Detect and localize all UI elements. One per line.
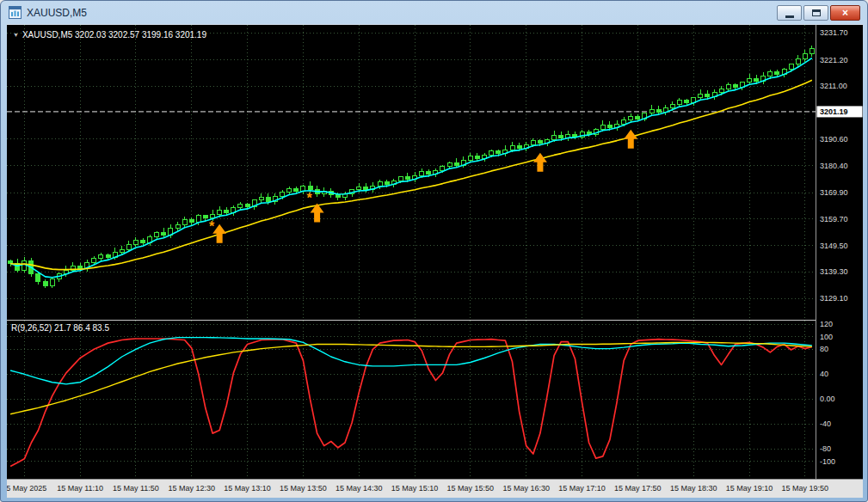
chart-background [7, 25, 863, 498]
candle [378, 182, 382, 187]
chart-frame: ▼XAUUSD,M5 3202.03 3202.57 3199.16 3201.… [7, 24, 863, 498]
candle [440, 167, 445, 171]
minimize-button[interactable] [777, 5, 802, 21]
candle [789, 64, 793, 70]
time-axis-label: 15 May 17:10 [558, 484, 606, 493]
indicator-axis-label: -100 [820, 457, 835, 466]
price-axis-label: 3169.90 [820, 188, 848, 197]
candle [294, 188, 299, 191]
candle [162, 233, 166, 236]
candle [133, 241, 138, 245]
time-axis-label: 15 May 11:50 [113, 484, 159, 493]
candle [259, 198, 263, 200]
close-icon: × [842, 7, 848, 19]
candle [496, 151, 501, 154]
indicator-axis-label: 40 [820, 370, 828, 378]
candle [754, 78, 759, 81]
chart-shift-marker-icon: ▼ [13, 32, 19, 38]
candle [489, 151, 494, 156]
candle [559, 136, 563, 138]
time-axis-label: 15 May 12:30 [168, 484, 215, 493]
price-axis-label: 3180.40 [820, 162, 848, 170]
candle [175, 224, 180, 229]
candle [587, 132, 591, 134]
candle [50, 279, 54, 286]
price-axis-label: 3211.00 [820, 82, 847, 90]
candle [120, 249, 124, 252]
candle [810, 49, 814, 54]
price-axis-label: 3159.70 [820, 215, 848, 223]
candle [685, 101, 689, 103]
candle [266, 198, 270, 202]
candle [126, 244, 131, 249]
candle [245, 204, 249, 206]
candle [748, 78, 752, 83]
candle [796, 59, 800, 64]
time-axis-label: 15 May 13:50 [280, 484, 327, 493]
ohlc-readout: ▼XAUUSD,M5 3202.03 3202.57 3199.16 3201.… [13, 30, 206, 40]
candle [155, 233, 159, 237]
time-axis-label: 15 May 18:30 [670, 484, 717, 493]
price-axis-label: 3129.10 [820, 294, 848, 303]
indicator-axis-label: 100 [820, 333, 833, 341]
candle [398, 177, 403, 181]
candle [189, 219, 194, 222]
chart-canvas[interactable]: **3231.703221.203211.003190.603180.40316… [7, 25, 863, 498]
time-axis-label: 15 May 16:30 [502, 484, 550, 493]
maximize-icon [812, 9, 821, 16]
time-axis-label: 15 May 11:10 [57, 484, 103, 493]
candle [677, 101, 681, 105]
price-axis[interactable] [816, 25, 864, 479]
time-axis-label: 15 May 17:50 [614, 484, 662, 493]
candle [78, 266, 83, 269]
indicator-axis-label: -40 [820, 419, 831, 428]
candle [775, 72, 779, 75]
signal-star-icon: * [209, 219, 215, 234]
candle [196, 216, 200, 223]
candle [670, 104, 674, 108]
candle [656, 109, 661, 112]
candle [405, 177, 409, 180]
time-axis-label: 15 May 15:50 [447, 484, 495, 493]
candle [531, 141, 535, 145]
candle [141, 241, 145, 243]
price-axis-label: 3149.50 [820, 242, 848, 250]
candle [629, 116, 633, 120]
candle [238, 204, 243, 208]
close-button[interactable]: × [830, 5, 860, 21]
candle [36, 274, 40, 282]
indicator-axis-label: 0.00 [820, 395, 835, 403]
candle [733, 85, 737, 88]
signal-star-icon: * [307, 191, 313, 205]
candle [510, 146, 514, 150]
price-axis-label: 3231.70 [820, 28, 848, 37]
candle [99, 254, 103, 259]
candle [622, 120, 626, 125]
indicator-axis-label: 120 [820, 320, 833, 328]
window-title: XAUUSD,M5 [27, 7, 87, 19]
time-axis-label: 15 May 14:30 [336, 484, 383, 493]
candle [475, 156, 479, 159]
ohlc-text: XAUUSD,M5 3202.03 3202.57 3199.16 3201.1… [22, 30, 206, 40]
time-axis-label: 15 May 2025 [7, 484, 46, 493]
candle [336, 195, 340, 198]
candle [364, 187, 368, 190]
candle [699, 94, 703, 98]
candle [726, 85, 730, 89]
window-icon [9, 6, 22, 19]
maximize-button[interactable] [803, 5, 828, 21]
indicator-header: R(9,26,52) 21.7 86.4 83.5 [11, 323, 109, 333]
indicator-axis-label: -80 [820, 444, 831, 453]
candle [280, 193, 285, 197]
window-titlebar[interactable]: XAUUSD,M5 × [1, 1, 867, 24]
candle [357, 187, 361, 190]
time-axis-label: 15 May 19:50 [782, 484, 829, 493]
terminal-window: XAUUSD,M5 × ▼XAUUSD,M5 3202.03 3202.57 3… [0, 0, 868, 502]
candle [182, 219, 187, 224]
price-axis-label: 3139.30 [820, 267, 848, 276]
price-axis-label: 3221.20 [820, 56, 848, 64]
candle [106, 254, 110, 257]
candle [385, 182, 389, 185]
candle [427, 172, 431, 174]
candle [43, 282, 47, 286]
